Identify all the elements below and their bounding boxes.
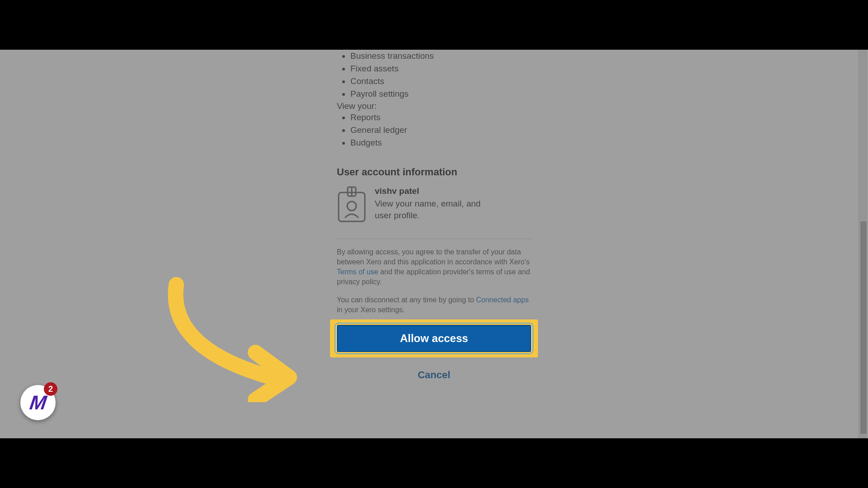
consent-panel: Business transactions Fixed assets Conta… (337, 50, 531, 435)
svg-point-3 (347, 202, 356, 211)
edit-permissions-list: Business transactions Fixed assets Conta… (337, 50, 531, 100)
app-viewport: Business transactions Fixed assets Conta… (0, 50, 868, 438)
list-item: Contacts (350, 75, 531, 88)
user-info-row: vishv patel View your name, email, and u… (337, 186, 531, 225)
content-scroll: Business transactions Fixed assets Conta… (0, 50, 868, 438)
list-item: Payroll settings (350, 88, 531, 100)
user-description: View your name, email, and user profile. (375, 198, 492, 221)
divider (337, 239, 531, 239)
terms-of-use-link[interactable]: Terms of use (337, 268, 378, 276)
list-item: General ledger (350, 124, 531, 136)
floating-action-button[interactable]: M 2 (20, 385, 56, 420)
notification-badge: 2 (44, 382, 57, 396)
id-badge-icon (337, 186, 367, 225)
legal-prefix: By allowing access, you agree to the tra… (337, 248, 529, 266)
letterbox-bottom (0, 438, 868, 488)
view-label: View your: (337, 101, 531, 111)
disconnect-prefix: You can disconnect at any time by going … (337, 296, 476, 304)
list-item: Fixed assets (350, 62, 531, 75)
svg-rect-0 (339, 192, 365, 221)
app-logo-icon: M (28, 391, 48, 414)
connected-apps-link[interactable]: Connected apps (476, 296, 529, 304)
list-item: Reports (350, 111, 531, 124)
list-item: Budgets (350, 136, 531, 149)
legal-text: By allowing access, you agree to the tra… (337, 247, 531, 287)
disconnect-text: You can disconnect at any time by going … (337, 295, 531, 315)
cancel-button[interactable]: Cancel (337, 369, 531, 381)
letterbox-top (0, 0, 868, 50)
list-item: Business transactions (350, 50, 531, 62)
disconnect-suffix: in your Xero settings. (337, 306, 405, 314)
user-info-heading: User account information (337, 166, 531, 178)
user-name: vishv patel (375, 186, 492, 196)
view-permissions-list: Reports General ledger Budgets (337, 111, 531, 149)
allow-button-wrap: Allow access (337, 325, 531, 352)
scrollbar-thumb[interactable] (860, 221, 867, 434)
allow-access-button[interactable]: Allow access (337, 325, 531, 352)
